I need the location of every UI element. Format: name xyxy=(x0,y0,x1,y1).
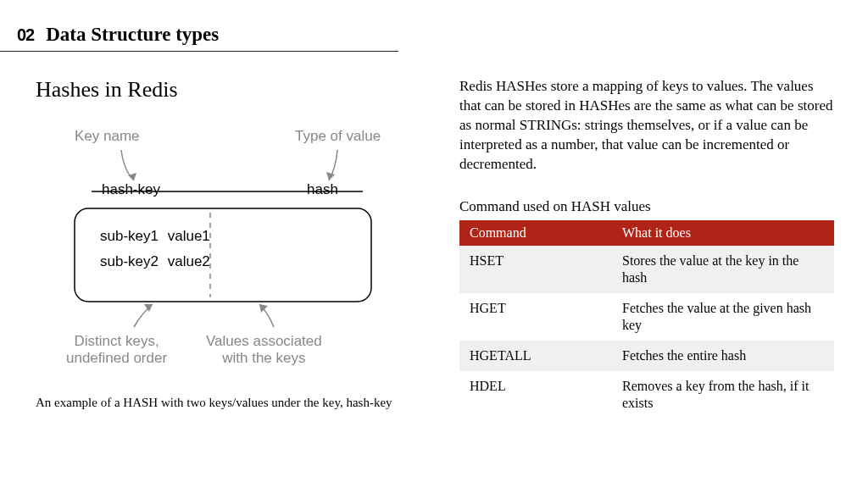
slide-number: 02 xyxy=(17,25,34,45)
desc-cell: Fetches the value at the given hash key xyxy=(612,293,834,341)
hash-diagram: Key name Type of value hash-key hash sub… xyxy=(41,128,405,382)
value1: value1 xyxy=(168,228,210,244)
distinct-keys-label: Distinct keys, undefined order xyxy=(66,333,167,366)
table-row: HSET Stores the value at the key in the … xyxy=(459,246,834,293)
distinct-l2: undefined order xyxy=(66,350,167,366)
slide-title: Data Structure types xyxy=(46,24,219,46)
values-l1: Values associated xyxy=(206,333,322,349)
key-name-label: Key name xyxy=(75,128,140,145)
table-row: HGETALL Fetches the entire hash xyxy=(459,341,834,371)
command-table: Command What it does HSET Stores the val… xyxy=(459,220,834,419)
subtitle: Hashes in Redis xyxy=(36,77,426,103)
table-header-row: Command What it does xyxy=(459,220,834,246)
diagram-caption: An example of a HASH with two keys/value… xyxy=(36,396,426,410)
type-of-value-label: Type of value xyxy=(295,128,381,145)
left-column: Hashes in Redis xyxy=(36,77,426,419)
table-row: HDEL Removes a key from the hash, if it … xyxy=(459,371,834,419)
content-area: Hashes in Redis xyxy=(0,52,868,419)
right-column: Redis HASHes store a mapping of keys to … xyxy=(459,77,851,419)
desc-cell: Stores the value at the key in the hash xyxy=(612,246,834,293)
svg-marker-6 xyxy=(259,304,268,313)
subkey1: sub-key1 xyxy=(100,228,159,244)
row2-key: sub-key2 value2 xyxy=(100,253,210,270)
svg-marker-4 xyxy=(326,172,335,180)
row1-key: sub-key1 value1 xyxy=(100,228,210,245)
value2: value2 xyxy=(168,253,210,269)
cmd-cell: HGETALL xyxy=(459,341,612,371)
desc-cell: Fetches the entire hash xyxy=(612,341,834,371)
table-title: Command used on HASH values xyxy=(459,198,834,215)
desc-cell: Removes a key from the hash, if it exist… xyxy=(612,371,834,419)
hash-key-text: hash-key xyxy=(102,181,160,198)
description-paragraph: Redis HASHes store a mapping of keys to … xyxy=(459,77,834,175)
cmd-cell: HSET xyxy=(459,246,612,293)
table-row: HGET Fetches the value at the given hash… xyxy=(459,293,834,341)
slide-header: 02 Data Structure types xyxy=(0,0,398,52)
values-l2: with the keys xyxy=(222,350,305,366)
cmd-cell: HGET xyxy=(459,293,612,341)
hash-type-text: hash xyxy=(307,181,338,198)
distinct-l1: Distinct keys, xyxy=(74,333,159,349)
values-associated-label: Values associated with the keys xyxy=(206,333,322,366)
th-desc: What it does xyxy=(612,220,834,246)
th-command: Command xyxy=(459,220,612,246)
subkey2: sub-key2 xyxy=(100,253,159,269)
cmd-cell: HDEL xyxy=(459,371,612,419)
